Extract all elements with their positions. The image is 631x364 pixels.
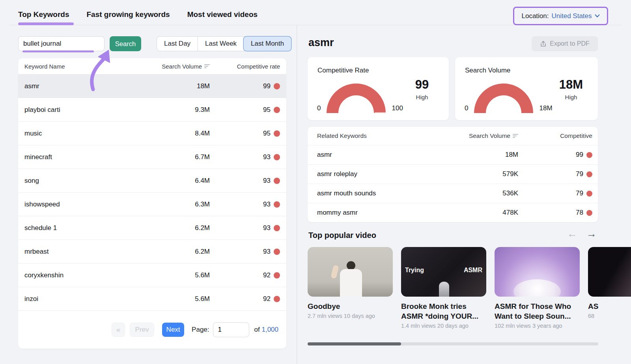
gauge-arc bbox=[327, 84, 386, 113]
filter-last-month[interactable]: Last Month bbox=[244, 37, 291, 51]
col-keyword-name: Keyword Name bbox=[24, 63, 159, 70]
table-row[interactable]: song 6.4M 93 bbox=[18, 169, 286, 192]
related-row[interactable]: asmr mouth sounds 536K 79 bbox=[308, 184, 598, 203]
table-row[interactable]: minecraft 6.7M 93 bbox=[18, 145, 286, 169]
related-row[interactable]: asmr 18M 99 bbox=[308, 145, 598, 164]
page-label: Page: bbox=[192, 326, 209, 334]
keyword-volume: 5.6M bbox=[159, 271, 210, 279]
time-filter-group: Last Day Last Week Last Month bbox=[157, 36, 291, 51]
keyword-volume: 6.2M bbox=[159, 248, 210, 256]
gauge-level: High bbox=[405, 94, 439, 100]
video-meta: 1.4 mln views 20 days ago bbox=[401, 323, 486, 329]
search-button[interactable]: Search bbox=[110, 36, 141, 51]
related-name: asmr mouth sounds bbox=[317, 189, 439, 197]
table-row[interactable]: inzoi 5.6M 92 bbox=[18, 287, 286, 310]
search-volume-gauge-card: Search Volume 0 18M 18M High bbox=[455, 57, 598, 120]
video-title: Brooke Monk tries ASMR *doing YOUR... bbox=[401, 301, 486, 321]
keyword-name: playboi carti bbox=[24, 106, 159, 114]
keyword-name: ishowspeed bbox=[24, 201, 159, 208]
rate-dot bbox=[586, 171, 592, 177]
video-thumbnail[interactable] bbox=[588, 247, 631, 297]
gauge-min: 0 bbox=[317, 104, 321, 113]
next-page-button[interactable]: Next bbox=[162, 323, 184, 337]
carousel-left-arrow[interactable]: ← bbox=[567, 228, 577, 239]
related-rate: 78 bbox=[576, 209, 583, 217]
table-row[interactable]: music 8.4M 95 bbox=[18, 121, 286, 145]
keyword-volume: 8.4M bbox=[159, 130, 210, 137]
table-row[interactable]: playboi carti 9.3M 95 bbox=[18, 98, 286, 121]
related-keywords-card: Related Keywords Search Volume Competiti… bbox=[308, 127, 598, 222]
gauge-level: High bbox=[553, 94, 589, 100]
first-page-button[interactable]: « bbox=[112, 323, 125, 337]
carousel-right-arrow[interactable]: → bbox=[586, 228, 597, 239]
sort-icon[interactable] bbox=[513, 134, 518, 138]
top-popular-video-title: Top popular video bbox=[308, 231, 376, 240]
related-rate: 79 bbox=[576, 170, 583, 178]
video-card[interactable]: Goodbye 2.7 mln views 10 days ago bbox=[308, 247, 393, 319]
video-thumbnail[interactable] bbox=[308, 247, 393, 297]
keyword-name: music bbox=[24, 130, 159, 137]
gauge-arc bbox=[474, 84, 533, 113]
export-to-pdf-button[interactable]: Export to PDF bbox=[532, 36, 598, 51]
thumbnail-overlay-text: ASMR bbox=[464, 267, 482, 274]
video-title: AS bbox=[588, 301, 631, 311]
related-row[interactable]: asmr roleplay 579K 79 bbox=[308, 164, 598, 184]
rate-dot bbox=[274, 225, 280, 231]
prev-page-button[interactable]: Prev bbox=[130, 323, 154, 337]
video-thumbnail[interactable] bbox=[495, 247, 580, 297]
keyword-volume: 6.3M bbox=[159, 201, 210, 208]
related-name: mommy asmr bbox=[317, 209, 439, 217]
detail-keyword-title: asmr bbox=[308, 37, 334, 49]
video-card[interactable]: AS 68 bbox=[588, 247, 631, 319]
video-meta: 102 mln views 3 years ago bbox=[495, 323, 580, 329]
keyword-search-input[interactable] bbox=[18, 36, 105, 51]
sponge-shape bbox=[513, 279, 561, 297]
sort-icon[interactable] bbox=[204, 64, 210, 68]
keyword-analytics-app: Top Keywords Fast growing keywords Most … bbox=[0, 0, 631, 364]
rate-dot bbox=[274, 83, 280, 89]
table-row[interactable]: schedule 1 6.2M 93 bbox=[18, 216, 286, 240]
page-number-input[interactable] bbox=[213, 322, 249, 337]
rate-dot bbox=[274, 272, 280, 279]
gauge-title: Competitive Rate bbox=[317, 67, 369, 74]
gauge-value: 18M bbox=[553, 78, 589, 92]
export-upload-icon bbox=[540, 41, 547, 47]
competitive-rate-gauge-card: Competitive Rate 0 100 99 High bbox=[308, 57, 449, 120]
tab-fast-growing-keywords[interactable]: Fast growing keywords bbox=[87, 10, 170, 19]
keyword-rate: 93 bbox=[263, 224, 271, 232]
keyword-rate: 93 bbox=[263, 177, 271, 185]
video-card[interactable]: ASMR for Those Who Want to Sleep Soun...… bbox=[495, 247, 580, 329]
rate-dot bbox=[274, 178, 280, 184]
tab-top-keywords[interactable]: Top Keywords bbox=[18, 10, 69, 19]
keyword-name: minecraft bbox=[24, 153, 159, 161]
active-tab-underline-annotation bbox=[18, 22, 74, 25]
rate-dot bbox=[586, 152, 592, 158]
video-card[interactable]: Trying ASMR Brooke Monk tries ASMR *doin… bbox=[401, 247, 486, 329]
location-selector[interactable]: Location: United States bbox=[513, 7, 608, 25]
related-volume: 478K bbox=[439, 209, 518, 217]
gauge-value: 99 bbox=[405, 78, 439, 92]
keyword-volume: 5.6M bbox=[159, 295, 210, 303]
video-title: Goodbye bbox=[308, 301, 393, 311]
keyword-rate: 99 bbox=[263, 82, 271, 90]
table-row[interactable]: asmr 18M 99 bbox=[18, 74, 286, 98]
keyword-volume: 18M bbox=[159, 82, 210, 90]
horizontal-scrollbar-track[interactable] bbox=[308, 342, 598, 345]
video-thumbnail[interactable]: Trying ASMR bbox=[401, 247, 486, 297]
related-row[interactable]: mommy asmr 478K 78 bbox=[308, 203, 598, 222]
col-related-keywords: Related Keywords bbox=[317, 132, 439, 139]
horizontal-scrollbar-thumb[interactable] bbox=[308, 342, 401, 345]
gauge-min: 0 bbox=[465, 104, 468, 113]
related-rate: 99 bbox=[576, 151, 583, 159]
related-volume: 579K bbox=[439, 170, 518, 178]
table-row[interactable]: coryxkenshin 5.6M 92 bbox=[18, 263, 286, 287]
tab-most-viewed-videos[interactable]: Most viewed videos bbox=[187, 10, 258, 19]
rate-dot bbox=[274, 130, 280, 137]
table-row[interactable]: ishowspeed 6.3M 93 bbox=[18, 192, 286, 216]
filter-last-week[interactable]: Last Week bbox=[198, 37, 244, 51]
thumbnail-overlay-text: Trying bbox=[405, 267, 424, 274]
table-row[interactable]: mrbeast 6.2M 93 bbox=[18, 240, 286, 263]
keyword-volume: 6.7M bbox=[159, 153, 210, 161]
related-volume: 536K bbox=[439, 189, 518, 197]
filter-last-day[interactable]: Last Day bbox=[157, 37, 198, 51]
